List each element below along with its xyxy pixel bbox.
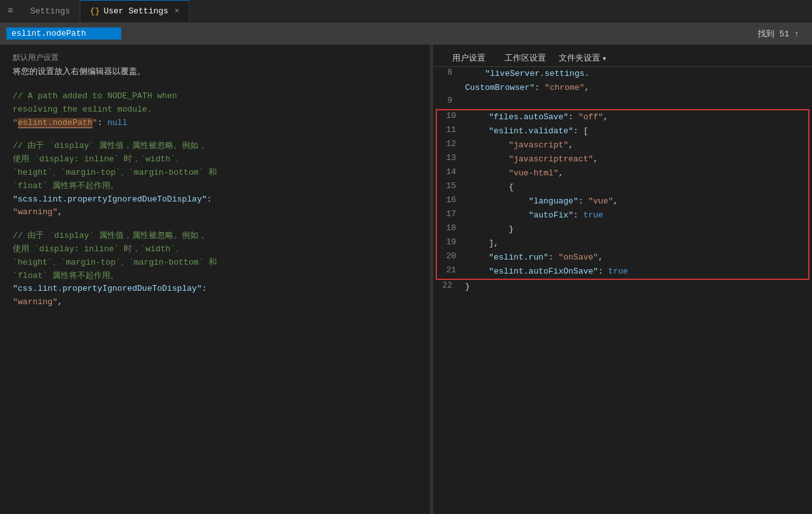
line-content-10: "files.autoSave": "off", — [469, 110, 808, 124]
tab-settings[interactable]: Settings — [20, 0, 79, 22]
left-panel-subtitle: 将您的设置放入右侧编辑器以覆盖。 — [13, 66, 417, 77]
line-content-12: "javascript", — [469, 138, 808, 152]
tab-user-settings-right[interactable]: 用户设置 — [446, 50, 492, 66]
code-line: 使用 `display: inline` 时，`width`、 — [13, 243, 417, 256]
search-result: 找到 51 ↑ — [758, 28, 799, 40]
line-number-14: 14 — [437, 166, 469, 177]
code-line: // 由于 `display` 属性值，属性被忽略。例如， — [13, 230, 417, 243]
search-input[interactable] — [6, 27, 121, 40]
editor-line-10: 10 "files.autoSave": "off", — [437, 110, 808, 124]
left-panel: 默认用户设置 将您的设置放入右侧编辑器以覆盖。 // A path added … — [0, 45, 431, 514]
code-line: "warning", — [13, 296, 417, 309]
line-content-20: "eslint.run": "onSave", — [469, 251, 808, 264]
title-bar: ≡ Settings {} User Settings × — [0, 0, 812, 22]
line-content-21: "eslint.autoFixOnSave": true — [469, 265, 808, 278]
line-number-8b — [433, 81, 465, 82]
tab-user-settings-label: User Settings — [103, 6, 168, 16]
tab-folder-settings-label: 文件夹设置 — [559, 52, 600, 64]
editor-line-20: 20 "eslint.run": "onSave", — [437, 251, 808, 265]
menu-icon[interactable]: ≡ — [0, 6, 20, 16]
left-panel-title: 默认用户设置 — [13, 52, 417, 63]
editor-line-12: 12 "javascript", — [437, 138, 808, 152]
line-number-11: 11 — [437, 124, 469, 135]
editor-line-14: 14 "vue-html", — [437, 166, 808, 180]
line-content-18: } — [469, 223, 808, 236]
code-line: `float` 属性将不起作用。 — [13, 270, 417, 283]
line-content-19: ], — [469, 237, 808, 250]
tab-settings-label: Settings — [30, 6, 70, 16]
main-content: 默认用户设置 将您的设置放入右侧编辑器以覆盖。 // A path added … — [0, 45, 812, 514]
line-number-17: 17 — [437, 209, 469, 219]
line-number-19: 19 — [437, 237, 469, 247]
editor-line-18: 18 } — [437, 223, 808, 237]
editor-line-15: 15 { — [437, 180, 808, 195]
editor-line-11: 11 "eslint.validate": [ — [437, 124, 808, 138]
editor-line-19: 19 ], — [437, 237, 808, 251]
line-content-9 — [465, 95, 812, 96]
editor-line-8: 8 "liveServer.settings. — [433, 67, 812, 81]
left-panel-header: 默认用户设置 将您的设置放入右侧编辑器以覆盖。 — [0, 45, 430, 90]
editor-line-8b: CustomBrowser": "chrome", — [433, 81, 812, 95]
right-panel: 用户设置 工作区设置 文件夹设置 ▾ 8 "liveServer.setting… — [433, 45, 812, 514]
code-block-2: // 由于 `display` 属性值，属性被忽略。例如， 使用 `displa… — [0, 140, 430, 230]
code-line: resolving the eslint module. — [13, 103, 417, 117]
code-line: // 由于 `display` 属性值，属性被忽略。例如， — [13, 140, 417, 153]
code-line: `height`、`margin-top`、`margin-bottom` 和 — [13, 256, 417, 270]
line-number-16: 16 — [437, 195, 469, 205]
tab-close-icon[interactable]: × — [175, 7, 179, 16]
line-number-8: 8 — [433, 67, 465, 77]
search-bar: 找到 51 ↑ — [0, 22, 812, 45]
editor-line-13: 13 "javascriptreact", — [437, 152, 808, 166]
code-line: `height`、`margin-top`、`margin-bottom` 和 — [13, 166, 417, 180]
right-panel-tabs: 用户设置 工作区设置 文件夹设置 ▾ — [433, 45, 812, 67]
line-content-8b: CustomBrowser": "chrome", — [465, 81, 812, 94]
editor-lines: 8 "liveServer.settings. CustomBrowser": … — [433, 67, 812, 294]
code-line: `float` 属性将不起作用。 — [13, 180, 417, 193]
line-content-22: } — [465, 280, 812, 293]
line-number-15: 15 — [437, 180, 469, 191]
right-editor[interactable]: 8 "liveServer.settings. CustomBrowser": … — [433, 67, 812, 514]
line-number-22: 22 — [433, 280, 465, 290]
code-line: "eslint.nodePath": null — [13, 117, 417, 130]
code-line: 使用 `display: inline` 时，`width`、 — [13, 153, 417, 166]
line-number-18: 18 — [437, 223, 469, 233]
editor-line-22: 22 } — [433, 280, 812, 294]
code-block-1: // A path added to NODE_PATH when resolv… — [0, 90, 430, 140]
line-content-11: "eslint.validate": [ — [469, 124, 808, 138]
line-number-20: 20 — [437, 251, 469, 261]
code-line: "warning", — [13, 206, 417, 219]
tab-workspace-settings[interactable]: 工作区设置 — [498, 50, 552, 66]
tab-folder-settings[interactable]: 文件夹设置 ▾ — [559, 52, 606, 64]
line-content-8: "liveServer.settings. — [465, 67, 812, 80]
line-number-9: 9 — [433, 95, 465, 105]
line-content-16: "language": "vue", — [469, 195, 808, 208]
line-number-13: 13 — [437, 152, 469, 163]
chevron-down-icon: ▾ — [603, 55, 606, 62]
line-number-10: 10 — [437, 110, 469, 121]
line-content-15: { — [469, 180, 808, 194]
line-content-17: "autoFix": true — [469, 209, 808, 222]
editor-line-17: 17 "autoFix": true — [437, 209, 808, 223]
code-block-3: // 由于 `display` 属性值，属性被忽略。例如， 使用 `displa… — [0, 230, 430, 319]
code-line: "scss.lint.propertyIgnoredDueToDisplay": — [13, 193, 417, 207]
line-content-14: "vue-html", — [469, 166, 808, 180]
editor-line-21: 21 "eslint.autoFixOnSave": true — [437, 265, 808, 279]
tab-user-settings[interactable]: {} User Settings × — [80, 0, 189, 22]
line-number-21: 21 — [437, 265, 469, 275]
highlighted-region: 10 "files.autoSave": "off", 11 "eslint.v… — [436, 109, 809, 280]
line-content-13: "javascriptreact", — [469, 152, 808, 166]
code-line: // A path added to NODE_PATH when — [13, 90, 417, 103]
editor-line-16: 16 "language": "vue", — [437, 195, 808, 209]
code-line: "css.lint.propertyIgnoredDueToDisplay": — [13, 283, 417, 296]
editor-line-9: 9 — [433, 95, 812, 109]
tab-user-settings-icon: {} — [90, 6, 100, 16]
line-number-12: 12 — [437, 138, 469, 149]
